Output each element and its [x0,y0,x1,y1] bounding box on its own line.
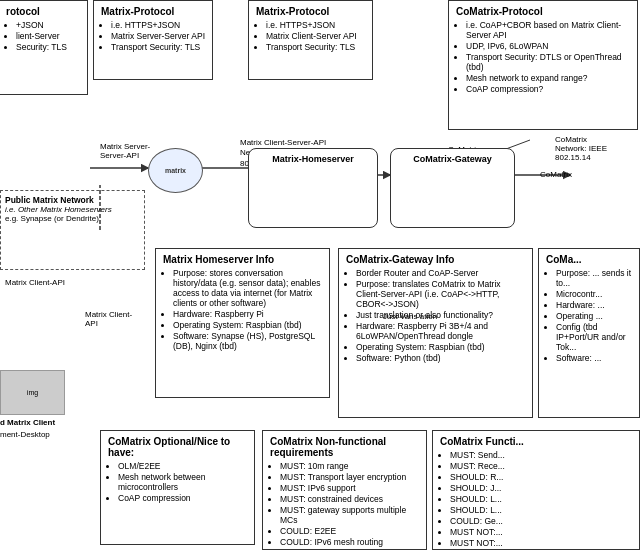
left-box-title: rotocol [6,6,80,17]
nonfunctional-list: MUST: 10m range MUST: Transport layer en… [270,461,419,547]
diagram-container: rotocol +JSON lient-Server Security: TLS… [0,0,640,555]
matrix-protocol-mid-box: Matrix-Protocol i.e. HTTPS+JSON Matrix C… [248,0,373,80]
gateway-info-title: CoMatrix-Gateway Info [346,254,525,265]
matrix-client-api-label: Matrix Client-API [5,278,65,287]
matrix-homeserver-info-box: Matrix Homeserver Info Purpose: stores c… [155,248,330,398]
functional-list: MUST: Send... MUST: Rece... SHOULD: R...… [440,450,632,548]
matrix-protocol-left-box: Matrix-Protocol i.e. HTTPS+JSON Matrix S… [93,0,213,80]
coMatrix-gateway-info-box: CoMatrix-Gateway Info Border Router and … [338,248,533,418]
coMatrix-protocol-title: CoMatrix-Protocol [456,6,630,17]
client-image: img [0,370,65,415]
coMatrix-protocol-box: CoMatrix-Protocol i.e. CoAP+CBOR based o… [448,0,638,130]
public-matrix-label: Public Matrix Network [5,195,140,205]
coMatrix-gateway-box: CoMatrix-Gateway [390,148,515,228]
coMatrix-optional-box: CoMatrix Optional/Nice to have: OLM/E2EE… [100,430,255,545]
coMatrix-right-info-box: CoMa... Purpose: ... sends it to... Micr… [538,248,640,418]
nonfunctional-title: CoMatrix Non-functional requirements [270,436,419,458]
d-matrix-client-label: d Matrix Client [0,418,55,427]
matrix-homeserver-box: Matrix-Homeserver [248,148,378,228]
coMatrix-protocol-list: i.e. CoAP+CBOR based on Matrix Client-Se… [456,20,630,94]
coMatrix-functional-box: CoMatrix Functi... MUST: Send... MUST: R… [432,430,640,550]
matrix-protocol-left-partial: rotocol +JSON lient-Server Security: TLS [0,0,88,95]
ie-other-label: i.e. Other Matrix Homeservers [5,205,140,214]
coMatrix-right-label: CoMatrix [540,170,572,179]
optional-title: CoMatrix Optional/Nice to have: [108,436,247,458]
optional-list: OLM/E2EE Mesh network between microcontr… [108,461,247,503]
homeserver-info-title: Matrix Homeserver Info [163,254,322,265]
matrix-logo: matrix [148,148,203,193]
matrix-protocol-mid-title: Matrix-Protocol [256,6,365,17]
coMatrix-right-title: CoMa... [546,254,632,265]
matrix-homeserver-label: Matrix-Homeserver [256,154,370,164]
matrix-protocol-mid-list: i.e. HTTPS+JSON Matrix Client-Server API… [256,20,365,52]
coMatrix-gateway-label: CoMatrix-Gateway [398,154,507,164]
coMatrix-nonfunctional-box: CoMatrix Non-functional requirements MUS… [262,430,427,550]
matrix-client-api-mid-label: Matrix Client-API [85,310,132,328]
functional-title: CoMatrix Functi... [440,436,632,447]
coMatrix-right-list: Purpose: ... sends it to... Microcontr..… [546,268,632,363]
eg-synapse-label: e.g. Synapse (or Dendrite) [5,214,140,223]
homeserver-info-list: Purpose: stores conversation history/dat… [163,268,322,351]
just-vans-label: Just Vans ation [383,312,437,321]
server-server-api-label: Matrix Server-Server-API [100,142,150,160]
ment-desktop-label: ment-Desktop [0,430,50,439]
coMatrix-network-label: CoMatrixNetwork: IEEE802.15.14 [555,135,607,162]
matrix-protocol-left-list: i.e. HTTPS+JSON Matrix Server-Server API… [101,20,205,52]
public-matrix-network-box: Public Matrix Network i.e. Other Matrix … [0,190,145,270]
matrix-protocol-left-title: Matrix-Protocol [101,6,205,17]
